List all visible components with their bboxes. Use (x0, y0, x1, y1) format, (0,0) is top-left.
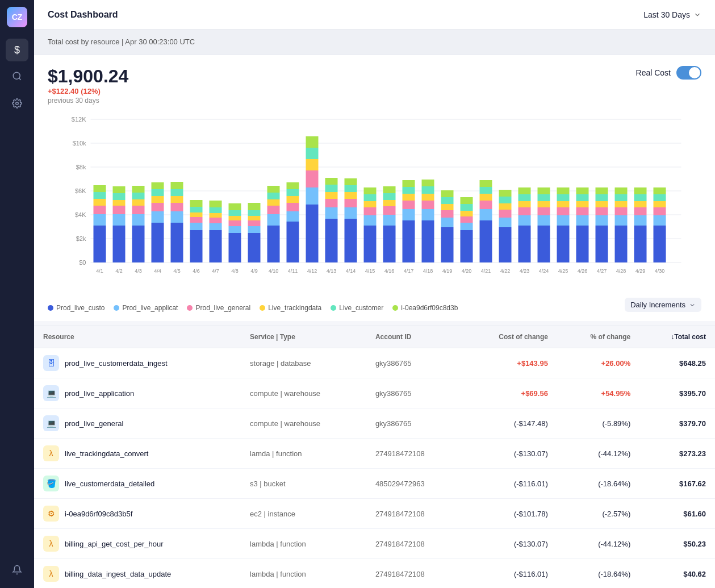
resource-cell: 🗄prod_live_customerdata_ingest (34, 348, 241, 378)
svg-rect-89 (287, 203, 299, 211)
legend-dot (260, 305, 265, 311)
svg-rect-133 (403, 187, 415, 194)
svg-rect-62 (210, 213, 222, 218)
svg-rect-49 (171, 189, 183, 196)
svg-rect-18 (94, 214, 106, 226)
svg-point-2 (16, 102, 19, 105)
controls-label: Daily Increments (630, 301, 685, 309)
resource-name: prod_live_general (65, 419, 123, 428)
legend-label: Live_customer (339, 304, 383, 312)
legend-label: Prod_live_general (195, 304, 250, 312)
legend-item: i-0ea9d6rf09c8d3b (392, 304, 458, 312)
chart-change-period: previous 30 days (48, 97, 128, 105)
search-icon (12, 71, 22, 84)
svg-rect-27 (113, 200, 126, 206)
date-range-label: Last 30 Days (643, 10, 690, 19)
svg-rect-218 (634, 187, 647, 194)
bell-button[interactable] (6, 558, 28, 581)
svg-rect-115 (364, 226, 377, 262)
svg-rect-131 (403, 201, 415, 209)
sidebar-item-dollar[interactable]: $ (6, 39, 28, 61)
resource-cell: ⚙i-0ea9d6rf09c8d3b5f (34, 499, 241, 529)
svg-rect-127 (383, 186, 396, 193)
svg-rect-38 (152, 223, 164, 262)
svg-rect-97 (306, 159, 319, 170)
svg-rect-159 (480, 201, 492, 209)
chart-legend: Prod_live_custoProd_live_applicatProd_li… (48, 304, 458, 312)
svg-rect-122 (383, 226, 396, 262)
svg-rect-98 (306, 148, 319, 159)
pct-change-cell: (-2.57%) (557, 499, 639, 529)
sidebar-item-search[interactable] (6, 66, 28, 89)
resource-icon: ⚙ (43, 506, 59, 522)
svg-rect-126 (383, 193, 396, 200)
service-cell: ec2 | instance (241, 499, 366, 529)
total-cost-cell: $648.25 (639, 348, 715, 378)
table-row[interactable]: λbilling_data_ingest_data_updatelambda |… (34, 559, 715, 589)
svg-text:4/8: 4/8 (231, 268, 239, 274)
svg-line-1 (19, 78, 20, 80)
svg-rect-186 (557, 215, 570, 226)
cost-change-cell: +$143.95 (462, 348, 557, 378)
table-row[interactable]: 🪣live_customerdata_detaileds3 | bucket48… (34, 469, 715, 499)
svg-text:4/5: 4/5 (173, 268, 181, 274)
gear-icon (12, 98, 22, 111)
table-row[interactable]: 💻prod_live_generalcompute | warehousegky… (34, 408, 715, 439)
chart-container: $1,900.24 +$122.40 (12%) previous 30 day… (34, 55, 715, 321)
sidebar-item-settings[interactable] (6, 93, 28, 116)
table-row[interactable]: ⚙i-0ea9d6rf09c8d3b5fec2 | instance274918… (34, 499, 715, 529)
svg-rect-54 (190, 217, 203, 223)
resource-name: prod_live_customerdata_ingest (65, 359, 168, 368)
svg-rect-169 (499, 190, 512, 197)
svg-rect-208 (615, 207, 628, 215)
legend-dot (392, 305, 398, 311)
svg-rect-164 (499, 227, 512, 262)
svg-rect-70 (229, 210, 241, 216)
total-cost-cell: $167.62 (639, 469, 715, 499)
pct-change-cell: +26.00% (557, 348, 639, 378)
svg-rect-77 (248, 210, 261, 216)
svg-rect-96 (306, 170, 319, 187)
legend-label: Prod_live_applicat (122, 304, 178, 312)
app-logo[interactable]: CZ (7, 7, 27, 27)
legend-label: i-0ea9d6rf09c8d3b (401, 304, 458, 312)
svg-rect-190 (557, 187, 570, 194)
pct-change-cell: (-44.12%) (557, 529, 639, 559)
svg-text:$12K: $12K (72, 116, 86, 123)
real-cost-toggle[interactable] (676, 66, 701, 80)
sidebar: CZ $ (0, 0, 34, 588)
svg-text:4/28: 4/28 (616, 268, 626, 274)
table-row[interactable]: λbilling_api_get_cost_per_hourlambda | f… (34, 529, 715, 559)
svg-rect-200 (596, 215, 608, 226)
svg-text:4/10: 4/10 (269, 268, 279, 274)
pct-change-cell: +54.95% (557, 378, 639, 408)
svg-text:4/17: 4/17 (404, 268, 414, 274)
main-content: Cost Dashboard Last 30 Days Total cost b… (34, 0, 715, 588)
svg-rect-172 (519, 215, 531, 226)
svg-text:4/9: 4/9 (250, 268, 258, 274)
svg-rect-76 (248, 216, 261, 220)
svg-rect-50 (171, 182, 183, 189)
th-total_cost[interactable]: ↓Total cost (639, 326, 715, 348)
svg-rect-199 (596, 226, 608, 262)
svg-rect-167 (499, 203, 512, 210)
real-cost-label: Real Cost (636, 68, 671, 77)
table-row[interactable]: 🗄prod_live_customerdata_ingeststorage | … (34, 348, 715, 378)
svg-text:4/25: 4/25 (558, 268, 568, 274)
svg-rect-80 (267, 226, 280, 262)
service-cell: storage | database (241, 348, 366, 378)
svg-rect-92 (287, 182, 299, 189)
svg-rect-71 (229, 203, 241, 210)
svg-text:4/1: 4/1 (96, 268, 103, 274)
svg-text:4/18: 4/18 (423, 268, 433, 274)
svg-rect-188 (557, 201, 570, 207)
table-row[interactable]: λlive_trackingdata_convertlamda | functi… (34, 439, 715, 469)
svg-rect-137 (422, 209, 434, 220)
date-range-picker[interactable]: Last 30 Days (643, 10, 701, 19)
svg-rect-141 (422, 180, 434, 186)
svg-rect-45 (171, 223, 183, 262)
daily-increments-button[interactable]: Daily Increments (625, 298, 701, 312)
svg-rect-147 (441, 197, 454, 204)
svg-rect-220 (654, 226, 666, 262)
table-row[interactable]: 💻prod_live_applicationcompute | warehous… (34, 378, 715, 408)
